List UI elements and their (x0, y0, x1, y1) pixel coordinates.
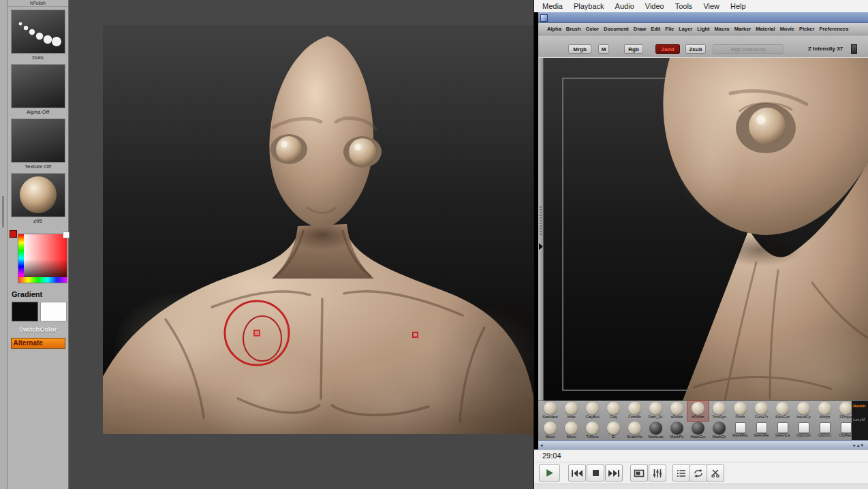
stop-button[interactable] (587, 464, 604, 482)
brush-claybuildup: ClayBuil (582, 401, 603, 421)
z-intensity-value: 37 (837, 46, 843, 52)
menu-playback[interactable]: Playback (568, 2, 610, 10)
video-display-area[interactable]: Alpha Brush Color Document Draw Edit Fil… (534, 12, 868, 449)
alpha-label: Alpha Off (11, 108, 65, 116)
menu-video[interactable]: Video (640, 2, 670, 10)
brush-elastic: El (603, 421, 624, 441)
menu-tools[interactable]: Tools (670, 2, 698, 10)
secondary-color-chip (63, 232, 69, 238)
video-left-scroll-thumb (540, 206, 542, 235)
mrgb-button: Mrgb (568, 44, 591, 54)
sculpt-figure-video (538, 58, 868, 400)
brush-sphere-icon (797, 402, 810, 415)
material-selector[interactable]: z95 (11, 173, 65, 225)
vmenu-alpha: Alpha (547, 26, 561, 32)
material-label: z95 (11, 217, 65, 225)
player-menubar: Media Playback Audio Video Tools View He… (534, 0, 868, 13)
menu-audio[interactable]: Audio (610, 2, 640, 10)
brush-maskcurve: MaskCur (687, 421, 709, 441)
color-picker[interactable] (8, 229, 68, 287)
alt-color-swatch[interactable] (40, 302, 67, 321)
loop-button[interactable] (689, 464, 707, 482)
next-button[interactable] (605, 464, 623, 482)
screen: hPolish Dots Alpha Off Texture Off (0, 0, 868, 489)
tray-partial-item-label: hPolish (7, 0, 68, 7)
left-edge-scroll-thumb[interactable] (2, 196, 4, 227)
brush-sphere-icon (607, 402, 620, 415)
brush-inflat: Inflat (561, 401, 582, 421)
brush-sphere-icon (565, 422, 578, 435)
brush-sphere-icon (692, 402, 704, 415)
video-zbrush-frame: Alpha Brush Color Document Draw Edit Fil… (538, 12, 868, 449)
main-color-swatch[interactable] (12, 302, 38, 321)
mixer-button[interactable] (649, 464, 666, 482)
brush-sphere-icon (713, 402, 726, 415)
alternate-button[interactable]: Alternate (11, 338, 65, 349)
brush-square-icon (756, 422, 767, 433)
material-sphere-icon (11, 173, 65, 217)
zbrush-canvas[interactable] (103, 25, 533, 434)
brush-palette-side: Backtr LazyM (852, 401, 868, 441)
video-zbrush-titlebar (538, 12, 868, 23)
stroke-label: Dots (11, 54, 65, 61)
hue-strip-vertical[interactable] (18, 234, 24, 283)
backtrack-label: Backtr (852, 404, 868, 408)
vmenu-macro: Macro (715, 26, 730, 32)
z-intensity-label: Z Intensity (808, 46, 835, 52)
z-intensity-knob (851, 44, 857, 54)
alpha-off-thumbnail (11, 64, 65, 108)
brush-trimdynamic: TrimDyn (709, 401, 730, 421)
hue-strip-horizontal[interactable] (18, 277, 67, 283)
alpha-selector[interactable]: Alpha Off (11, 64, 65, 116)
gradient-toggle[interactable]: Gradient (7, 287, 68, 298)
stroke-selector[interactable]: Dots (11, 10, 65, 61)
sculpt-figure-main (103, 25, 533, 434)
brush-square-icon (841, 422, 852, 433)
brush-sphere-icon (839, 402, 852, 415)
rgb-button: Rgb (624, 44, 643, 54)
video-bottom-scrollbar: ◂ ▸▴▾ (538, 440, 868, 449)
color-picker-square[interactable] (18, 234, 67, 283)
brush-square-icon (735, 422, 746, 433)
brush-hpolish-selected: hPolish (687, 401, 709, 421)
brush-sphere-icon (586, 402, 599, 415)
vmenu-file: File (665, 26, 674, 32)
texture-selector[interactable]: Texture Off (11, 119, 65, 170)
menu-view[interactable]: View (698, 2, 725, 10)
play-button[interactable] (539, 464, 560, 482)
brush-maskcircle: MaskCir (709, 421, 730, 441)
brush-move: Move (540, 421, 561, 441)
switchcolor-button[interactable]: SwitchColor (7, 326, 68, 333)
brush-standard: Standard (540, 401, 561, 421)
rgb-intensity-slider: Rgb Intensity (713, 44, 784, 54)
brush-sphere-icon (586, 422, 599, 435)
cut-button[interactable] (707, 464, 724, 482)
texture-label: Texture Off (11, 163, 65, 170)
brush-slicecurve: SliceCur (772, 401, 793, 421)
menu-media[interactable]: Media (537, 2, 568, 10)
brush-selectrect: SelectRe (751, 421, 772, 441)
media-player-window: Media Playback Audio Video Tools View He… (533, 0, 868, 489)
playlist-button[interactable] (672, 464, 690, 482)
scroll-right-arrows-icon: ▸▴▾ (853, 443, 865, 448)
brush-sphere-icon (713, 422, 726, 435)
vmenu-picker: Picker (799, 26, 815, 32)
brush-square-icon (820, 422, 831, 433)
brush-selectlasso: SelectLa (772, 421, 793, 441)
brush-sphere-icon (776, 402, 789, 415)
brush-move2: Move (561, 421, 582, 441)
brush-sphere-icon (734, 402, 747, 415)
left-edge-scroll-strip[interactable] (0, 0, 7, 489)
m-button: M (598, 44, 609, 54)
vmenu-movie: Movie (780, 26, 794, 32)
brush-spolish: sPolish (666, 401, 687, 421)
video-brush-palette: Standard Inflat ClayBuil Clay FormBr Dam… (538, 400, 868, 440)
player-seekbar-row[interactable]: 29:04 (534, 449, 868, 462)
video-frame-button[interactable] (630, 464, 648, 482)
brush-clipcircle: ClipCirc (814, 421, 835, 441)
brush-clipcurve: ClipCurv (793, 421, 814, 441)
menu-help[interactable]: Help (725, 2, 751, 10)
brush-square-icon (777, 422, 788, 433)
brush-sphere-icon (755, 402, 768, 415)
previous-button[interactable] (568, 464, 586, 482)
